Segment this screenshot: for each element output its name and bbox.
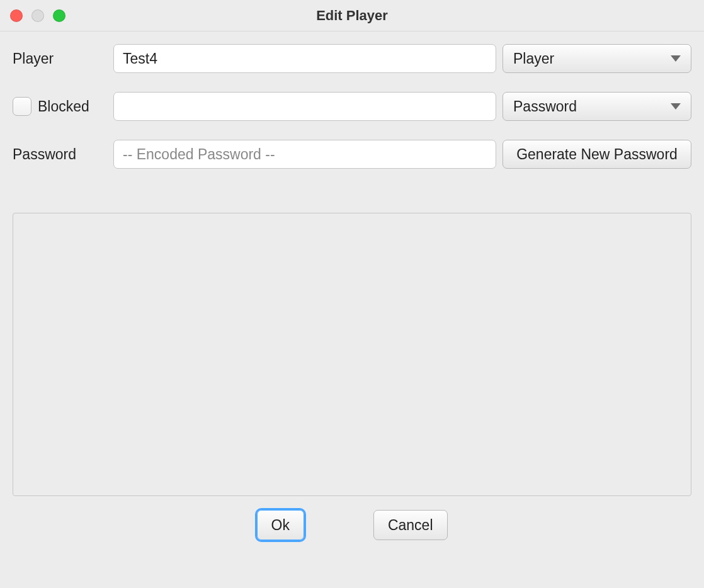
ok-label: Ok xyxy=(271,517,290,534)
edit-player-window: Edit Player Player Player Blocked Passwo… xyxy=(0,0,704,588)
auth-type-value: Password xyxy=(513,98,577,115)
cancel-button[interactable]: Cancel xyxy=(373,510,448,540)
password-row: Password Generate New Password xyxy=(13,140,691,169)
generate-password-button[interactable]: Generate New Password xyxy=(502,140,691,169)
minimize-icon xyxy=(31,9,44,22)
player-type-value: Player xyxy=(513,50,554,67)
details-panel xyxy=(13,213,691,496)
ok-button[interactable]: Ok xyxy=(257,510,304,540)
dialog-buttons: Ok Cancel xyxy=(13,510,691,553)
blocked-checkbox[interactable] xyxy=(13,97,31,116)
password-input[interactable] xyxy=(113,140,496,169)
chevron-down-icon xyxy=(671,55,681,62)
generate-password-label: Generate New Password xyxy=(516,146,678,163)
cancel-label: Cancel xyxy=(388,517,433,534)
player-row: Player Player xyxy=(13,44,691,73)
zoom-icon[interactable] xyxy=(53,9,65,22)
window-controls xyxy=(10,9,65,22)
blocked-label: Blocked xyxy=(38,98,89,115)
password-label: Password xyxy=(13,146,76,163)
blocked-input[interactable] xyxy=(113,92,496,121)
chevron-down-icon xyxy=(671,103,681,110)
auth-type-select[interactable]: Password xyxy=(502,92,691,121)
player-label: Player xyxy=(13,50,54,67)
player-type-select[interactable]: Player xyxy=(502,44,691,73)
titlebar: Edit Player xyxy=(0,0,704,31)
form-content: Player Player Blocked Password Password xyxy=(0,31,704,553)
player-name-input[interactable] xyxy=(113,44,496,73)
close-icon[interactable] xyxy=(10,9,23,22)
blocked-row: Blocked Password xyxy=(13,92,691,121)
window-title: Edit Player xyxy=(0,8,704,24)
